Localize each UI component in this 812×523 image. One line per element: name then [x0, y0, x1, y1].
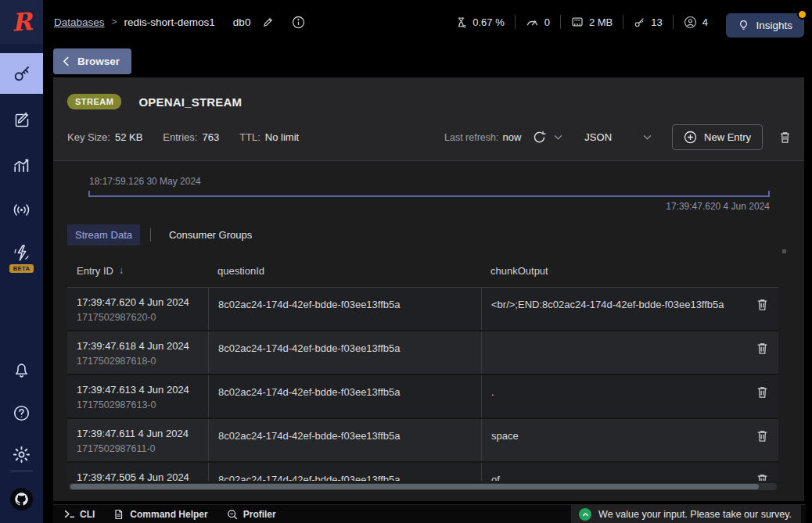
- tab-consumer-groups[interactable]: Consumer Groups: [161, 224, 260, 245]
- sidebar-divider: [10, 471, 33, 471]
- last-refresh-label: Last refresh:: [444, 132, 498, 143]
- delete-key-icon[interactable]: [778, 131, 792, 145]
- cli-icon: [64, 509, 74, 519]
- format-chevron-down-icon: [643, 134, 652, 140]
- timeline-range[interactable]: [88, 191, 770, 197]
- table-header-row: Entry ID ↓ questionId chunkOutput: [67, 254, 778, 288]
- sidebar-item-triggers-functions[interactable]: BETA: [0, 235, 43, 281]
- sidebar-item-help[interactable]: [0, 392, 43, 433]
- key-controls: Last refresh: now JSON: [444, 124, 792, 150]
- header-stat-clients: 4: [674, 16, 718, 29]
- sidebar-item-workbench[interactable]: [0, 100, 43, 141]
- horizontal-scrollbar-thumb[interactable]: [70, 484, 759, 489]
- questionid-cell: 8c02ac24-174d-42ef-bdde-f03ee13ffb5a: [208, 288, 481, 330]
- key-meta-pair: Key Size:52 KB: [67, 131, 142, 143]
- table-row[interactable]: 17:39:47.613 4 Jun 20241717502987613-08c…: [67, 375, 778, 419]
- help-icon: [12, 403, 31, 423]
- pubsub-icon: [12, 200, 31, 220]
- horizontal-scrollbar[interactable]: [69, 483, 777, 490]
- header-stat-memory: 2 MB: [561, 16, 623, 28]
- profiler-icon: [227, 509, 238, 520]
- notification-dot: [797, 9, 807, 20]
- table-row[interactable]: 17:39:47.611 4 Jun 20241717502987611-08c…: [67, 419, 778, 463]
- chunkoutput-cell: space: [481, 419, 746, 461]
- triggers-icon: [12, 243, 31, 263]
- sidebar-item-notifications[interactable]: [0, 349, 43, 389]
- sidebar-item-browser[interactable]: [0, 53, 43, 94]
- breadcrumb: Databases > redis-short-demos1 db0: [43, 16, 305, 29]
- column-header-chunkoutput: chunkOutput: [481, 265, 746, 277]
- chevron-left-icon: [63, 56, 70, 66]
- entry-id-cell: 17:39:47.618 4 Jun 20241717502987618-0: [67, 331, 208, 374]
- chunkoutput-cell: <br/>;END:8c02ac24-174d-42ef-bdde-f03ee1…: [481, 288, 746, 330]
- analytics-icon: [12, 156, 31, 176]
- vertical-scrollbar-thumb[interactable]: [782, 249, 786, 253]
- table-row[interactable]: 17:39:47.618 4 Jun 20241717502987618-08c…: [67, 331, 778, 375]
- chunkoutput-cell: [481, 331, 746, 374]
- plus-circle-icon: [684, 131, 697, 144]
- entry-id-cell: 17:39:47.613 4 Jun 20241717502987613-0: [67, 375, 208, 417]
- delete-entry-icon[interactable]: [746, 288, 778, 330]
- breadcrumb-databases-link[interactable]: Databases: [54, 16, 105, 28]
- key-meta: Key Size:52 KBEntries:763TTL:No limit: [67, 131, 299, 143]
- command-helper-icon: [113, 509, 124, 520]
- column-header-entry-id[interactable]: Entry ID ↓: [67, 265, 208, 277]
- bulb-icon: [738, 20, 749, 31]
- chunkoutput-cell: .: [481, 375, 746, 417]
- stream-entries-table: Entry ID ↓ questionId chunkOutput 17:39:…: [67, 254, 778, 481]
- edit-pencil-icon[interactable]: [262, 16, 274, 28]
- cpu-usage-icon: [455, 16, 467, 28]
- bottom-bar-profiler[interactable]: Profiler: [227, 509, 276, 520]
- questionid-cell: 8c02ac24-174d-42ef-bdde-f03ee13ffb5a: [208, 463, 481, 481]
- survey-link[interactable]: We value your input. Please take our sur…: [571, 505, 801, 523]
- header-stat-keys: 13: [623, 16, 672, 28]
- table-row[interactable]: 17:39:47.505 4 Jun 20248c02ac24-174d-42e…: [67, 463, 778, 481]
- entry-id-cell: 17:39:47.620 4 Jun 20241717502987620-0: [67, 288, 208, 330]
- new-entry-button[interactable]: New Entry: [672, 124, 763, 150]
- survey-text: We value your input. Please take our sur…: [598, 509, 792, 520]
- tab-divider: [150, 228, 151, 242]
- table-row[interactable]: 17:39:47.620 4 Jun 20241717502987620-08c…: [67, 288, 778, 331]
- delete-entry-icon[interactable]: [746, 463, 778, 481]
- survey-icon: [579, 508, 591, 521]
- stream-tabs: Stream DataConsumer Groups: [67, 224, 260, 245]
- sidebar-item-analytics[interactable]: [0, 145, 43, 186]
- entry-id-cell: 17:39:47.505 4 Jun 2024: [67, 463, 208, 481]
- last-refresh-value: now: [503, 131, 522, 143]
- delete-entry-icon[interactable]: [746, 375, 778, 417]
- delete-entry-icon[interactable]: [746, 419, 778, 461]
- insights-button[interactable]: Insights: [726, 13, 804, 38]
- github-icon[interactable]: [10, 488, 33, 510]
- beta-badge: BETA: [9, 264, 34, 273]
- format-selected-value: JSON: [584, 131, 612, 143]
- workbench-icon: [13, 111, 31, 130]
- tab-stream-data[interactable]: Stream Data: [67, 224, 140, 245]
- breadcrumb-separator: >: [112, 16, 117, 27]
- bell-icon: [12, 360, 31, 379]
- sort-desc-icon[interactable]: ↓: [119, 265, 124, 276]
- key-header: STREAM OPENAI_STREAM Key Size:52 KBEntri…: [53, 77, 804, 161]
- redis-logo[interactable]: R: [0, 0, 43, 44]
- sidebar-item-settings[interactable]: [0, 434, 43, 475]
- memory-icon: [571, 16, 584, 28]
- table-body: 17:39:47.620 4 Jun 20241717502987620-08c…: [67, 288, 778, 481]
- refresh-options-chevron-icon[interactable]: [554, 134, 562, 140]
- back-to-browser-button[interactable]: Browser: [53, 48, 131, 74]
- format-select[interactable]: JSON: [584, 131, 652, 143]
- breadcrumb-database-name: redis-short-demos1: [124, 16, 215, 28]
- key-name[interactable]: OPENAI_STREAM: [138, 95, 242, 109]
- refresh-icon[interactable]: [532, 130, 547, 145]
- bottom-bar-command-helper[interactable]: Command Helper: [113, 509, 207, 520]
- sidebar-item-pubsub[interactable]: [0, 189, 43, 230]
- entry-id-cell: 17:39:47.611 4 Jun 20241717502987611-0: [67, 419, 208, 461]
- bottom-toolbar: CLICommand HelperProfiler We value your …: [53, 504, 806, 523]
- top-header: Databases > redis-short-demos1 db0 0.67 …: [43, 0, 812, 44]
- bottom-bar-cli[interactable]: CLI: [64, 509, 95, 520]
- browser-key-icon: [12, 63, 32, 84]
- delete-entry-icon[interactable]: [746, 331, 778, 374]
- info-icon[interactable]: [292, 16, 305, 29]
- column-header-questionid: questionId: [208, 265, 481, 277]
- keys-icon: [634, 16, 645, 28]
- header-stat-cpu-usage: 0.67 %: [445, 16, 514, 28]
- new-entry-label: New Entry: [704, 131, 751, 143]
